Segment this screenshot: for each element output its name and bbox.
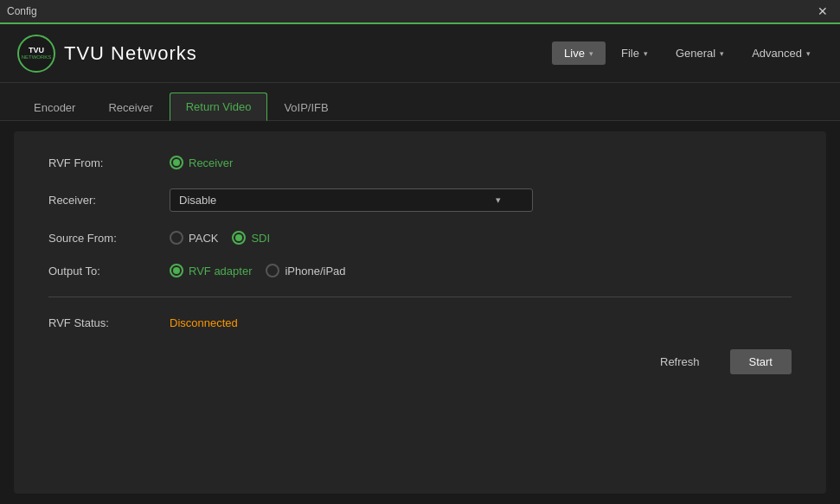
source-from-control: PACK SDI [170,231,270,245]
buttons-row: Refresh Start [48,348,792,375]
rvf-from-label: RVF From: [48,156,170,169]
source-pack-option[interactable]: PACK [170,231,218,245]
title-bar-title: Config [7,5,37,17]
chevron-down-icon: ▾ [644,49,648,58]
logo-icon: TVU NETWORKS [17,35,55,73]
rvf-from-receiver-label: Receiver [189,156,233,169]
receiver-dropdown[interactable]: Disable ▾ [170,188,533,212]
source-sdi-option[interactable]: SDI [232,231,270,245]
start-button[interactable]: Start [730,349,792,374]
receiver-dropdown-value: Disable [179,194,216,207]
tab-encoder[interactable]: Encoder [17,93,92,121]
logo-tvu-text: TVU [29,47,44,54]
source-from-label: Source From: [48,232,170,245]
radio-receiver-icon [170,156,183,169]
receiver-row: Receiver: Disable ▾ [48,188,792,212]
output-rvf-adapter-option[interactable]: RVF adapter [170,264,252,278]
rvf-status-label: RVF Status: [48,316,170,329]
nav-menu: Live ▾ File ▾ General ▾ Advanced ▾ [552,41,823,65]
brand-name: TVU Networks [64,42,197,65]
rvf-status-value: Disconnected [170,316,238,329]
divider [48,297,792,297]
radio-iphone-ipad-icon [266,264,279,278]
chevron-down-icon: ▾ [589,49,593,58]
nav-item-advanced[interactable]: Advanced ▾ [740,41,823,65]
tab-receiver[interactable]: Receiver [92,93,169,121]
main-content: RVF From: Receiver Receiver: Disable ▾ S… [14,131,826,494]
output-to-row: Output To: RVF adapter iPhone/iPad [48,264,792,278]
rvf-from-row: RVF From: Receiver [48,156,792,169]
radio-rvf-adapter-icon [170,264,183,278]
source-from-row: Source From: PACK SDI [48,231,792,245]
tab-voip-ifb[interactable]: VoIP/IFB [267,93,344,121]
close-button[interactable]: ✕ [812,3,833,20]
source-sdi-label: SDI [251,232,270,245]
chevron-down-icon: ▾ [720,49,724,58]
receiver-label: Receiver: [48,194,170,207]
nav-item-general[interactable]: General ▾ [664,41,736,65]
nav-item-live[interactable]: Live ▾ [552,41,606,65]
radio-sdi-icon [232,231,246,245]
title-bar: Config ✕ [0,0,840,24]
logo-area: TVU NETWORKS TVU Networks [17,35,197,73]
source-pack-label: PACK [189,232,218,245]
rvf-from-receiver-option[interactable]: Receiver [170,156,233,169]
rvf-from-control: Receiver [170,156,233,169]
output-iphone-ipad-label: iPhone/iPad [285,265,345,278]
tabs-bar: Encoder Receiver Return Video VoIP/IFB [0,83,840,121]
output-to-label: Output To: [48,265,170,278]
rvf-status-row: RVF Status: Disconnected [48,316,792,329]
output-iphone-ipad-option[interactable]: iPhone/iPad [266,264,345,278]
output-rvf-adapter-label: RVF adapter [189,265,252,278]
output-to-control: RVF adapter iPhone/iPad [170,264,346,278]
refresh-button[interactable]: Refresh [640,348,720,375]
chevron-down-icon: ▾ [496,195,501,206]
logo-sub-text: NETWORKS [22,54,52,60]
tab-return-video[interactable]: Return Video [170,93,268,121]
header: TVU NETWORKS TVU Networks Live ▾ File ▾ … [0,24,840,83]
chevron-down-icon: ▾ [806,49,811,58]
nav-item-file[interactable]: File ▾ [609,41,660,65]
radio-pack-icon [170,231,183,245]
